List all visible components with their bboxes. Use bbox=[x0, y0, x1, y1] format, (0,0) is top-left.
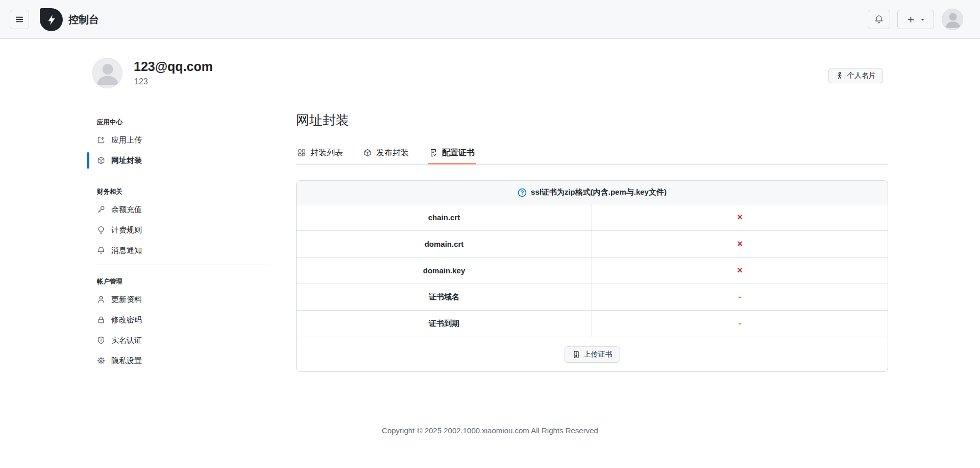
user-avatar[interactable] bbox=[942, 9, 963, 30]
app-logo bbox=[40, 8, 63, 31]
row-status: - bbox=[592, 284, 888, 310]
person-card-icon bbox=[836, 72, 844, 80]
tab-label: 发布封装 bbox=[376, 148, 409, 158]
apps-icon bbox=[298, 149, 306, 157]
tab-label: 封装列表 bbox=[310, 148, 343, 158]
sidebar-divider bbox=[97, 175, 271, 175]
notifications-button[interactable] bbox=[868, 10, 890, 29]
sidebar-item-label: 隐私设置 bbox=[111, 356, 142, 366]
sidebar-item-change-password[interactable]: 修改密码 bbox=[87, 311, 271, 329]
row-status: - bbox=[592, 311, 888, 337]
sidebar-item-update-profile[interactable]: 更新资料 bbox=[87, 290, 271, 309]
personal-card-label: 个人名片 bbox=[847, 71, 876, 80]
certificate-notice-text: ssl证书为zip格式(内含.pem与.key文件) bbox=[531, 188, 667, 197]
row-status: × bbox=[592, 204, 888, 230]
hamburger-icon bbox=[15, 15, 24, 24]
row-status: × bbox=[592, 258, 888, 284]
person-icon bbox=[97, 295, 105, 303]
sidebar-item-label: 更新资料 bbox=[111, 295, 142, 305]
row-label: chain.crt bbox=[297, 204, 592, 230]
sidebar-item-privacy-settings[interactable]: 隐私设置 bbox=[87, 352, 271, 370]
upload-certificate-button[interactable]: 上传证书 bbox=[565, 346, 620, 363]
gear-icon bbox=[97, 357, 105, 365]
lock-icon bbox=[97, 316, 105, 324]
lightbulb-icon bbox=[97, 226, 105, 234]
person-silhouette-icon bbox=[92, 58, 122, 88]
table-row: domain.key × bbox=[297, 257, 888, 284]
sidebar-item-identity-verification[interactable]: 实名认证 bbox=[87, 331, 271, 349]
sidebar-item-balance-recharge[interactable]: 余额充值 bbox=[87, 200, 271, 219]
tab-label: 配置证书 bbox=[442, 148, 475, 158]
profile-username: 123 bbox=[134, 77, 148, 86]
sidebar-divider bbox=[97, 265, 271, 265]
question-circle-icon[interactable] bbox=[518, 188, 527, 197]
tab-bar: 封装列表 发布封装 配置证书 bbox=[296, 142, 888, 165]
row-label: domain.crt bbox=[297, 231, 592, 257]
package-icon bbox=[363, 149, 372, 157]
package-icon bbox=[97, 156, 105, 165]
row-status: × bbox=[592, 231, 888, 257]
table-row: chain.crt × bbox=[297, 204, 888, 230]
copyright: Copyright © 2025 2002.1000.xiaomiou.com … bbox=[0, 426, 980, 435]
caret-down-icon bbox=[920, 17, 925, 22]
main-content: 网址封装 封装列表 发布封装 配置证书 ssl证书为zip格式(内含.pem与.… bbox=[296, 111, 888, 372]
sidebar-item-label: 计费规则 bbox=[111, 225, 142, 235]
tab-package-list[interactable]: 封装列表 bbox=[296, 142, 345, 164]
sidebar: 应用中心 应用上传 网址封装 财务相关 余额充值 计费规则 消息通知 帐户管理 bbox=[87, 115, 271, 372]
tab-publish-package[interactable]: 发布封装 bbox=[362, 142, 410, 164]
certificate-panel: ssl证书为zip格式(内含.pem与.key文件) chain.crt × d… bbox=[296, 180, 888, 372]
sidebar-section-finance: 财务相关 bbox=[97, 185, 271, 198]
row-label: 证书到期 bbox=[297, 311, 592, 337]
row-label: domain.key bbox=[297, 258, 592, 284]
shield-icon bbox=[97, 336, 105, 344]
plus-icon bbox=[906, 15, 915, 24]
panel-footer: 上传证书 bbox=[297, 337, 888, 371]
key-icon bbox=[97, 205, 105, 214]
sidebar-item-label: 实名认证 bbox=[111, 336, 142, 345]
menu-button[interactable] bbox=[10, 10, 29, 29]
topbar: 控制台 bbox=[0, 0, 980, 39]
upload-icon bbox=[97, 136, 105, 144]
row-label: 证书域名 bbox=[297, 284, 592, 310]
sidebar-item-label: 应用上传 bbox=[111, 135, 142, 145]
sidebar-item-label: 余额充值 bbox=[111, 205, 142, 215]
profile-avatar bbox=[92, 58, 122, 88]
app-title: 控制台 bbox=[68, 0, 99, 39]
sidebar-section-app-center: 应用中心 bbox=[97, 115, 271, 129]
profile-email: 123@qq.com bbox=[134, 59, 213, 74]
lightning-bolt-icon bbox=[46, 14, 57, 26]
sidebar-item-notifications[interactable]: 消息通知 bbox=[87, 241, 271, 260]
create-new-button[interactable] bbox=[897, 10, 934, 29]
sidebar-section-account: 帐户管理 bbox=[97, 275, 271, 288]
sidebar-item-label: 修改密码 bbox=[111, 315, 142, 325]
sidebar-item-app-upload[interactable]: 应用上传 bbox=[87, 131, 271, 149]
personal-card-button[interactable]: 个人名片 bbox=[828, 68, 883, 83]
page-title: 网址封装 bbox=[296, 111, 888, 129]
person-silhouette-icon bbox=[942, 9, 963, 30]
bell-icon bbox=[874, 15, 884, 24]
sidebar-item-billing-rules[interactable]: 计费规则 bbox=[87, 221, 271, 239]
zip-file-icon bbox=[572, 350, 580, 359]
bell-icon bbox=[97, 246, 105, 254]
tab-configure-certificate[interactable]: 配置证书 bbox=[428, 142, 476, 164]
sidebar-item-label: 网址封装 bbox=[111, 156, 142, 166]
file-check-icon bbox=[429, 149, 437, 157]
sidebar-item-label: 消息通知 bbox=[111, 246, 142, 255]
sidebar-item-url-package[interactable]: 网址封装 bbox=[87, 151, 271, 170]
upload-certificate-label: 上传证书 bbox=[584, 350, 612, 359]
certificate-notice: ssl证书为zip格式(内含.pem与.key文件) bbox=[297, 181, 888, 204]
table-row: 证书到期 - bbox=[297, 310, 888, 337]
table-row: domain.crt × bbox=[297, 230, 888, 257]
table-row: 证书域名 - bbox=[297, 284, 888, 310]
